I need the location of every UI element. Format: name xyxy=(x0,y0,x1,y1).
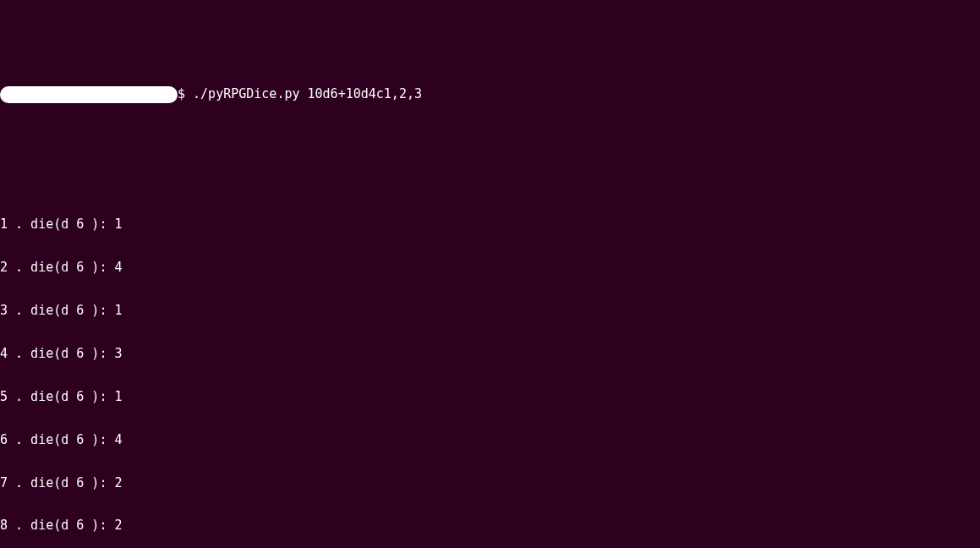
blank-line xyxy=(0,174,980,189)
command-text: ./pyRPGDice.py 10d6+10d4c1,2,3 xyxy=(185,87,422,101)
terminal[interactable]: $ ./pyRPGDice.py 10d6+10d4c1,2,3 1 . die… xyxy=(0,58,980,548)
dice-roll-line: 6 . die(d 6 ): 4 xyxy=(0,433,980,447)
dice-roll-line: 7 . die(d 6 ): 2 xyxy=(0,476,980,490)
prompt-dollar: $ xyxy=(178,87,185,101)
prompt-line-1: $ ./pyRPGDice.py 10d6+10d4c1,2,3 xyxy=(0,86,980,103)
dice-roll-line: 1 . die(d 6 ): 1 xyxy=(0,217,980,232)
dice-roll-line: 4 . die(d 6 ): 3 xyxy=(0,347,980,361)
redacted-user-host xyxy=(0,86,178,103)
dice-roll-line: 2 . die(d 6 ): 4 xyxy=(0,260,980,275)
blank-line xyxy=(0,132,980,146)
dice-roll-line: 5 . die(d 6 ): 1 xyxy=(0,390,980,404)
dice-roll-line: 3 . die(d 6 ): 1 xyxy=(0,304,980,318)
dice-roll-line: 8 . die(d 6 ): 2 xyxy=(0,518,980,533)
